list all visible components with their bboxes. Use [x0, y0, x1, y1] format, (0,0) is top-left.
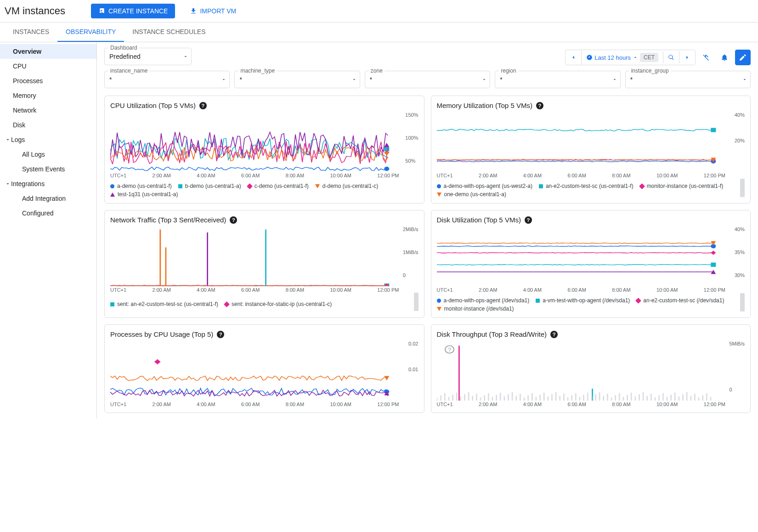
caret-down-icon	[221, 77, 226, 82]
x-axis-ticks: UTC+12:00 AM4:00 AM6:00 AM8:00 AM10:00 A…	[110, 287, 419, 293]
clock-icon	[586, 54, 593, 61]
chart-card: Disk Utilization (Top 5 VMs) ? 40%35%30%…	[431, 210, 751, 318]
caret-down-icon	[742, 77, 747, 82]
chart-plot[interactable]: 150%100%50%	[110, 112, 419, 172]
pencil-icon	[739, 53, 747, 62]
svg-marker-22	[384, 376, 389, 380]
sidebar-item-processes[interactable]: Processes	[0, 74, 96, 88]
chart-legend: a-demo-with-ops-agent (us-west2-a)an-e2-…	[437, 183, 741, 198]
chart-title: Processes by CPU Usage (Top 5) ?	[110, 330, 419, 338]
legend-item[interactable]: a-demo-with-ops-agent (/dev/sda1)	[437, 297, 530, 304]
import-vm-button[interactable]: IMPORT VM	[182, 4, 243, 18]
legend-item[interactable]: monitor-instance (us-central1-f)	[640, 183, 724, 189]
sidebar-item-all-logs[interactable]: All Logs	[0, 147, 96, 162]
chart-title: Disk Throughput (Top 3 Read/Write) ?	[437, 330, 745, 338]
legend-item[interactable]: a-demo-with-ops-agent (us-west2-a)	[437, 183, 532, 189]
help-icon[interactable]: ?	[199, 102, 207, 109]
chart-card: CPU Utilization (Top 5 VMs) ? 150%100%50…	[104, 96, 424, 204]
x-axis-ticks: UTC+12:00 AM4:00 AM6:00 AM8:00 AM10:00 A…	[110, 402, 419, 407]
chevron-down-icon	[5, 136, 11, 143]
tab-schedules[interactable]: INSTANCE SCHEDULES	[124, 23, 214, 42]
legend-item[interactable]: sent: instance-for-static-ip (us-central…	[225, 297, 332, 311]
filter-row: instance_name * machine_type * zone * re…	[104, 71, 751, 88]
legend-scrollbar[interactable]	[740, 179, 745, 197]
chart-grid: CPU Utilization (Top 5 VMs) ? 150%100%50…	[104, 96, 751, 413]
chart-card: Network Traffic (Top 3 Sent/Received) ? …	[104, 210, 424, 318]
help-icon[interactable]: ?	[525, 216, 532, 224]
svg-marker-25	[154, 359, 161, 365]
svg-rect-17	[711, 263, 716, 267]
chart-plot[interactable]: 2MiB/s1MiB/s0	[110, 226, 419, 286]
y-axis-ticks: 2MiB/s1MiB/s0	[403, 226, 419, 278]
caret-down-icon	[481, 77, 487, 82]
sidebar-group-integrations[interactable]: Integrations	[0, 176, 96, 191]
time-prev-button[interactable]	[566, 51, 581, 63]
search-icon	[668, 54, 674, 61]
alerts-button[interactable]	[717, 50, 732, 65]
filter-machine_type[interactable]: machine_type *	[234, 71, 360, 88]
chart-plot[interactable]: 0.020.01	[110, 341, 419, 401]
help-icon[interactable]: ?	[536, 102, 543, 109]
svg-marker-18	[711, 251, 716, 255]
chart-title: Memory Utilization (Top 5 VMs) ?	[437, 102, 745, 109]
time-next-button[interactable]	[679, 51, 695, 63]
legend-item[interactable]: c-demo (us-central1-f)	[248, 183, 309, 189]
legend-item[interactable]: one-demo (us-central1-a)	[437, 191, 506, 198]
legend-scrollbar[interactable]	[740, 293, 745, 311]
legend-item[interactable]: test-1q31 (us-central1-a)	[110, 191, 178, 198]
sidebar-item-system-events[interactable]: System Events	[0, 162, 96, 176]
main-content: Dashboard Predefined Last 12 hours CET	[96, 42, 758, 419]
legend-item[interactable]: a-demo (us-central1-f)	[110, 183, 172, 189]
legend-scrollbar[interactable]	[414, 293, 419, 311]
tab-instances[interactable]: INSTANCES	[5, 23, 57, 42]
svg-marker-3	[384, 152, 389, 156]
dashboard-select[interactable]: Dashboard Predefined	[104, 48, 192, 65]
legend-item[interactable]: an-e2-custom-test-sc (/dev/sda1)	[636, 297, 724, 304]
x-axis-ticks: UTC+12:00 AM4:00 AM6:00 AM8:00 AM10:00 A…	[437, 402, 745, 407]
time-range-button[interactable]: Last 12 hours CET	[581, 50, 663, 65]
chart-legend: a-demo (us-central1-f)b-demo (us-central…	[110, 183, 419, 198]
y-axis-ticks: 40%35%30%	[735, 226, 745, 278]
legend-item[interactable]: sent: an-e2-custom-test-sc (us-central1-…	[110, 297, 218, 311]
sidebar-item-configured[interactable]: Configured	[0, 206, 96, 221]
y-axis-ticks: 5MiB/s0	[729, 341, 745, 392]
legend-item[interactable]: a-vm-test-with-op-agent (/dev/sda1)	[536, 297, 630, 304]
sidebar-group-logs[interactable]: Logs	[0, 132, 96, 147]
chevron-down-icon	[5, 181, 11, 187]
autorefresh-off-button[interactable]	[698, 50, 714, 65]
sidebar-item-disk[interactable]: Disk	[0, 118, 96, 132]
chart-plot[interactable]: 40%20%	[437, 112, 745, 172]
help-icon[interactable]: ?	[230, 216, 237, 224]
x-axis-ticks: UTC+12:00 AM4:00 AM6:00 AM8:00 AM10:00 A…	[437, 173, 745, 178]
legend-item[interactable]: an-e2-custom-test-sc (us-central1-f)	[539, 183, 634, 189]
y-axis-ticks: 150%100%50%	[405, 112, 418, 164]
help-icon[interactable]: ?	[217, 331, 224, 338]
tab-observability[interactable]: OBSERVABILITY	[57, 23, 124, 42]
legend-item[interactable]: monitor-instance (/dev/sda1)	[437, 306, 514, 312]
filter-zone[interactable]: zone *	[365, 71, 490, 88]
sidebar-item-network[interactable]: Network	[0, 103, 96, 118]
svg-rect-6	[711, 128, 716, 132]
time-search-button[interactable]	[663, 51, 679, 63]
filter-instance_group[interactable]: instance_group *	[625, 71, 751, 88]
help-icon[interactable]: ?	[550, 331, 558, 338]
refresh-off-icon	[702, 53, 710, 62]
sidebar-item-memory[interactable]: Memory	[0, 88, 96, 103]
chart-plot[interactable]: ? 5MiB/s0	[437, 341, 745, 401]
chart-plot[interactable]: 40%35%30%	[437, 226, 745, 286]
legend-item[interactable]: b-demo (us-central1-a)	[178, 183, 241, 189]
sidebar: Overview CPU Processes Memory Network Di…	[0, 42, 96, 419]
create-instance-button[interactable]: CREATE INSTANCE	[91, 4, 175, 18]
x-axis-ticks: UTC+12:00 AM4:00 AM6:00 AM8:00 AM10:00 A…	[110, 173, 419, 178]
time-range-picker: Last 12 hours CET	[565, 50, 696, 65]
y-axis-ticks: 40%20%	[735, 112, 745, 164]
sidebar-item-add-integration[interactable]: Add Integration	[0, 191, 96, 206]
filter-region[interactable]: region *	[495, 71, 620, 88]
edit-button[interactable]	[735, 50, 751, 65]
filter-instance_name[interactable]: instance_name *	[104, 71, 230, 88]
sidebar-item-cpu[interactable]: CPU	[0, 59, 96, 74]
svg-marker-4	[384, 143, 389, 147]
legend-item[interactable]: d-demo (us-central1-c)	[315, 183, 378, 189]
sidebar-item-overview[interactable]: Overview	[0, 44, 96, 59]
chart-legend: sent: an-e2-custom-test-sc (us-central1-…	[110, 297, 414, 311]
